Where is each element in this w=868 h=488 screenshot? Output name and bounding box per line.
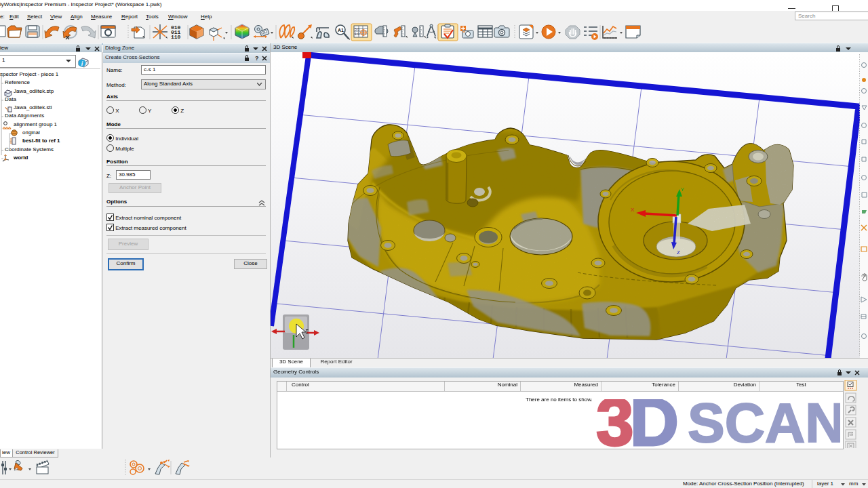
svg-text:Z: Z (677, 249, 680, 256)
svg-text:110: 110 (171, 34, 181, 40)
svg-text:I: I (305, 329, 309, 336)
svg-text:Y: Y (681, 186, 685, 192)
svg-text:3.0: 3.0 (355, 27, 359, 31)
svg-text:1.0: 1.0 (355, 32, 359, 36)
svg-text:A1: A1 (338, 28, 344, 33)
svg-text:?: ? (255, 55, 259, 62)
svg-text:X: X (631, 207, 635, 213)
